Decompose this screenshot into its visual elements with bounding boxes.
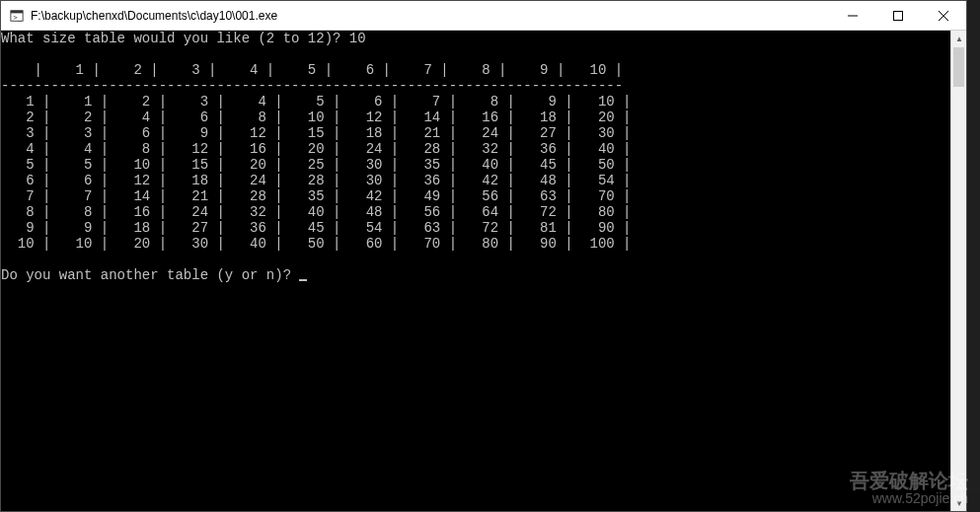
console-output[interactable]: What size table would you like (2 to 12)… xyxy=(1,31,950,511)
text-cursor xyxy=(299,279,307,281)
scrollbar-thumb[interactable] xyxy=(953,47,964,87)
svg-text:>_: >_ xyxy=(14,13,23,21)
scroll-up-button[interactable]: ▲ xyxy=(951,31,967,46)
window-title: F:\backup\chenxd\Documents\c\day10\001.e… xyxy=(31,9,277,23)
minimize-button[interactable] xyxy=(830,1,875,31)
title-bar[interactable]: >_ F:\backup\chenxd\Documents\c\day10\00… xyxy=(1,1,966,31)
client-area: What size table would you like (2 to 12)… xyxy=(1,31,966,511)
console-window: >_ F:\backup\chenxd\Documents\c\day10\00… xyxy=(0,0,967,512)
close-button[interactable] xyxy=(921,1,966,31)
maximize-button[interactable] xyxy=(875,1,921,31)
vertical-scrollbar[interactable]: ▲ ▼ xyxy=(950,31,966,511)
app-icon: >_ xyxy=(9,8,25,24)
scroll-down-button[interactable]: ▼ xyxy=(951,495,967,511)
svg-rect-4 xyxy=(894,11,903,20)
